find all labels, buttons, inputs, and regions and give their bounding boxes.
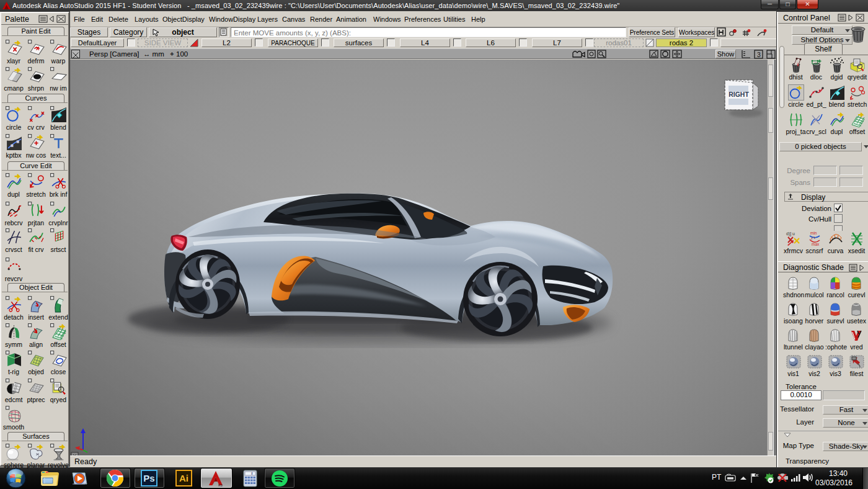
svg-text:min: min — [810, 231, 817, 235]
svg-text:3: 3 — [757, 51, 761, 58]
svg-text:d)] u: d)] u — [786, 231, 795, 236]
svg-text:RS: RS — [218, 483, 223, 487]
svg-text:max: max — [812, 242, 820, 246]
svg-text:8: 8 — [251, 472, 253, 475]
